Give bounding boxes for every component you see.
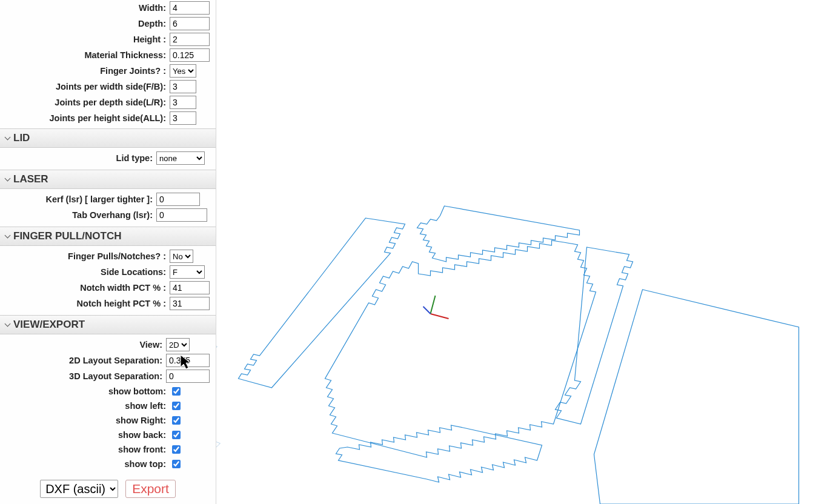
show-left-label: show left:	[7, 401, 166, 411]
joints-depth-input[interactable]	[170, 96, 196, 109]
sep2d-input[interactable]	[166, 354, 210, 367]
preview-canvas[interactable]	[216, 0, 830, 504]
finger-joints-label: Finger Joints? :	[7, 66, 166, 76]
height-label: Height :	[7, 35, 166, 44]
kerf-input[interactable]	[156, 193, 200, 206]
kerf-label: Kerf (lsr) [ larger tighter ]:	[7, 194, 153, 204]
tab-overhang-label: Tab Overhang (lsr):	[7, 210, 153, 220]
section-notch-title: FINGER PULL/NOTCH	[13, 230, 122, 242]
section-laser[interactable]: LASER	[0, 170, 216, 189]
depth-input[interactable]	[170, 17, 210, 30]
joints-width-input[interactable]	[170, 80, 196, 93]
height-input[interactable]	[170, 33, 210, 46]
show-left-checkbox[interactable]	[172, 402, 181, 410]
lid-type-label: Lid type:	[7, 153, 153, 163]
joints-depth-label: Joints per depth side(L/R):	[7, 98, 166, 107]
depth-label: Depth:	[7, 19, 166, 28]
chevron-down-icon	[5, 322, 11, 328]
show-top-checkbox[interactable]	[172, 460, 181, 468]
svg-line-1	[431, 296, 436, 314]
thickness-input[interactable]	[170, 48, 210, 62]
section-laser-title: LASER	[13, 173, 48, 185]
section-lid-title: LID	[13, 132, 30, 144]
export-button[interactable]: Export	[125, 480, 176, 498]
section-view-export-title: VIEW/EXPORT	[13, 319, 85, 331]
view-select[interactable]: 2D	[166, 338, 190, 351]
notch-width-pct-label: Notch width PCT % :	[7, 283, 166, 293]
chevron-down-icon	[5, 135, 11, 141]
thickness-label: Material Thickness:	[7, 50, 166, 60]
sep3d-input[interactable]	[166, 370, 210, 383]
sep2d-label: 2D Layout Separation:	[7, 356, 162, 365]
section-lid[interactable]: LID	[0, 128, 216, 148]
show-back-checkbox[interactable]	[172, 431, 181, 439]
width-label: Width:	[7, 3, 166, 13]
view-label: View:	[7, 340, 162, 350]
parameter-sidebar: Width: Depth: Height : Material Thicknes…	[0, 0, 216, 504]
notch-side-label: Side Locations:	[7, 267, 166, 277]
notch-height-pct-label: Notch height PCT % :	[7, 299, 166, 308]
joints-height-input[interactable]	[170, 111, 196, 125]
joints-height-label: Joints per height side(ALL):	[7, 113, 166, 123]
show-back-label: show back:	[7, 430, 166, 440]
show-bottom-checkbox[interactable]	[172, 387, 181, 396]
finger-joints-select[interactable]: Yes	[170, 64, 196, 78]
chevron-down-icon	[5, 176, 11, 182]
show-bottom-label: show bottom:	[7, 386, 166, 396]
box-layout-svg	[216, 0, 830, 504]
notch-side-select[interactable]: F	[170, 265, 205, 279]
show-right-label: show Right:	[7, 416, 166, 425]
show-top-label: show top:	[7, 459, 166, 469]
export-format-select[interactable]: DXF (ascii)	[40, 480, 118, 498]
notch-width-pct-input[interactable]	[170, 281, 210, 294]
tab-overhang-input[interactable]	[156, 208, 207, 222]
joints-width-label: Joints per width side(F/B):	[7, 82, 166, 91]
sep3d-label: 3D Layout Separation:	[7, 371, 162, 381]
lid-type-select[interactable]: none	[156, 151, 205, 165]
svg-line-2	[423, 307, 431, 314]
show-right-checkbox[interactable]	[172, 416, 181, 425]
show-front-label: show front:	[7, 445, 166, 454]
section-notch[interactable]: FINGER PULL/NOTCH	[0, 227, 216, 246]
show-front-checkbox[interactable]	[172, 445, 181, 454]
notch-enable-label: Finger Pulls/Notches? :	[7, 251, 166, 261]
width-input[interactable]	[170, 1, 210, 15]
chevron-down-icon	[5, 233, 11, 239]
section-view-export[interactable]: VIEW/EXPORT	[0, 315, 216, 334]
notch-height-pct-input[interactable]	[170, 297, 210, 310]
svg-line-0	[431, 314, 449, 319]
notch-enable-select[interactable]: No	[170, 250, 193, 263]
